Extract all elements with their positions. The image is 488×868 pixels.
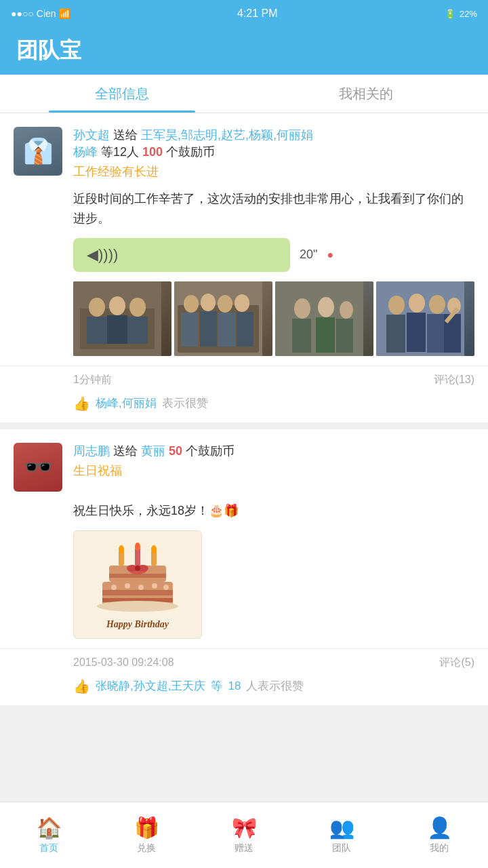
nav-exchange-label: 兑换 [137, 842, 156, 854]
post-meta-2: 周志鹏 送给 黄丽 50 个鼓励币 生日祝福 [73, 443, 474, 492]
svg-point-41 [135, 542, 140, 551]
sender-name-2: 周志鹏 [73, 444, 110, 458]
svg-rect-5 [87, 317, 107, 344]
post-header: 👔 孙文超 送给 王军昊,邹志明,赵艺,杨颖,何丽娟 杨峰 等12人 100 个… [14, 127, 474, 180]
tab-my-related[interactable]: 我相关的 [244, 75, 488, 113]
sender-line-2: 周志鹏 送给 黄丽 50 个鼓励币 [73, 443, 474, 460]
post-comments[interactable]: 评论(13) [434, 373, 474, 387]
svg-point-28 [409, 294, 425, 313]
action-word: 送给 [113, 128, 138, 142]
images-grid [73, 281, 474, 356]
birthday-image-container: Happy Birthday [73, 530, 474, 639]
like-count: 18 [228, 679, 241, 693]
status-carrier: ●●○○ Cien 📶 [11, 8, 70, 19]
coin-label-2: 个鼓励币 [186, 444, 235, 458]
app-title: 团队宝 [16, 36, 81, 66]
svg-rect-50 [102, 590, 173, 595]
tab-bar: 全部信息 我相关的 [0, 75, 488, 113]
post-comments-2[interactable]: 评论(5) [439, 656, 474, 670]
sender-name: 孙文超 [73, 128, 110, 142]
present-icon: 🎀 [232, 816, 257, 840]
app-header: 团队宝 [0, 27, 488, 75]
svg-rect-25 [336, 319, 353, 353]
avatar-image: 👔 [14, 127, 62, 176]
status-time: 4:21 PM [237, 7, 278, 20]
nav-give[interactable]: 🎀 赠送 [195, 802, 293, 868]
svg-point-11 [201, 294, 216, 311]
svg-point-21 [318, 297, 334, 317]
like-icon[interactable]: 👍 [73, 395, 90, 412]
like-suffix-2: 人表示很赞 [246, 678, 304, 694]
audio-recording-dot: ● [327, 249, 333, 261]
post-header-2: 🕶️ 周志鹏 送给 黄丽 50 个鼓励币 生日祝福 [14, 443, 474, 492]
feed: 👔 孙文超 送给 王军昊,邹志明,赵艺,杨颖,何丽娟 杨峰 等12人 100 个… [0, 113, 488, 787]
like-icon-2[interactable]: 👍 [73, 678, 90, 694]
svg-point-48 [135, 566, 140, 571]
svg-point-40 [119, 545, 124, 553]
post-footer: 1分钟前 评论(13) [0, 366, 488, 387]
svg-rect-17 [237, 312, 253, 347]
sender-line: 孙文超 送给 王军昊,邹志明,赵艺,杨颖,何丽娟 杨峰 等12人 100 个鼓励… [73, 127, 474, 161]
post-image-3[interactable] [275, 281, 373, 356]
svg-point-55 [138, 585, 144, 590]
post-likes: 👍 杨峰,何丽娟 表示很赞 [73, 387, 474, 422]
post-meta: 孙文超 送给 王军昊,邹志明,赵艺,杨颖,何丽娟 杨峰 等12人 100 个鼓励… [73, 127, 474, 180]
svg-rect-15 [200, 311, 217, 347]
post-time-2: 2015-03-30 09:24:08 [73, 656, 174, 669]
happy-birthday-text: Happy Birthday [106, 619, 169, 630]
home-icon: 🏠 [37, 816, 62, 840]
post-image-1[interactable] [73, 281, 171, 356]
svg-point-52 [97, 601, 178, 612]
svg-rect-16 [218, 313, 235, 347]
svg-point-13 [235, 294, 249, 312]
post-image-4[interactable] [376, 281, 474, 356]
svg-point-57 [163, 585, 169, 590]
status-battery: 🔋 22% [445, 9, 477, 19]
svg-rect-23 [292, 319, 311, 353]
nav-profile[interactable]: 👤 我的 [390, 802, 488, 868]
tab-all-info[interactable]: 全部信息 [0, 75, 244, 113]
svg-rect-6 [107, 315, 127, 344]
svg-point-42 [151, 545, 157, 553]
like-names: 杨峰,何丽娟 [96, 395, 157, 411]
post-body: 近段时间的工作辛苦了，这次活动的安排也非常用心，让我看到了你们的进步。 [73, 189, 474, 229]
avatar-image-2: 🕶️ [14, 443, 62, 492]
post-body-2: 祝生日快乐，永远18岁！🎂🎁 [73, 501, 474, 521]
nav-team[interactable]: 👥 团队 [293, 802, 390, 868]
post-category-2: 生日祝福 [73, 462, 474, 479]
svg-point-20 [294, 298, 310, 319]
svg-rect-33 [427, 314, 446, 353]
svg-point-22 [340, 301, 353, 319]
svg-rect-31 [386, 315, 405, 353]
audio-bubble[interactable]: ◀)))) [73, 238, 290, 272]
post-time: 1分钟前 [73, 373, 112, 387]
nav-team-label: 团队 [332, 842, 351, 854]
avatar: 👔 [14, 127, 62, 176]
svg-rect-14 [181, 313, 198, 347]
coin-count-2: 50 [169, 444, 186, 458]
svg-point-29 [429, 295, 445, 314]
birthday-cake-svg [90, 538, 185, 616]
person-icon: 👤 [427, 816, 452, 840]
audio-bar[interactable]: ◀)))) 20" ● [73, 238, 474, 272]
svg-point-10 [184, 295, 199, 313]
post-card: 👔 孙文超 送给 王军昊,邹志明,赵艺,杨颖,何丽娟 杨峰 等12人 100 个… [0, 113, 488, 422]
svg-rect-24 [316, 317, 335, 353]
recipients-3: 黄丽 [141, 444, 165, 458]
coin-count: 100 [142, 145, 163, 159]
nav-home[interactable]: 🏠 首页 [0, 802, 98, 868]
audio-duration: 20" [300, 248, 317, 262]
bottom-nav: 🏠 首页 🎁 兑换 🎀 赠送 👥 团队 👤 我的 [0, 802, 488, 868]
avatar-2: 🕶️ [14, 443, 62, 492]
svg-point-12 [218, 295, 232, 313]
nav-exchange[interactable]: 🎁 兑换 [98, 802, 195, 868]
post-category: 工作经验有长进 [73, 163, 474, 180]
coin-label: 个鼓励币 [166, 145, 215, 159]
recipients-suffix: 等12人 [101, 145, 142, 159]
post-footer-2: 2015-03-30 09:24:08 评论(5) [0, 648, 488, 670]
svg-point-27 [388, 296, 405, 315]
team-icon: 👥 [329, 816, 354, 840]
post-image-2[interactable] [174, 281, 272, 356]
svg-point-4 [129, 298, 146, 317]
nav-give-label: 赠送 [235, 842, 253, 854]
